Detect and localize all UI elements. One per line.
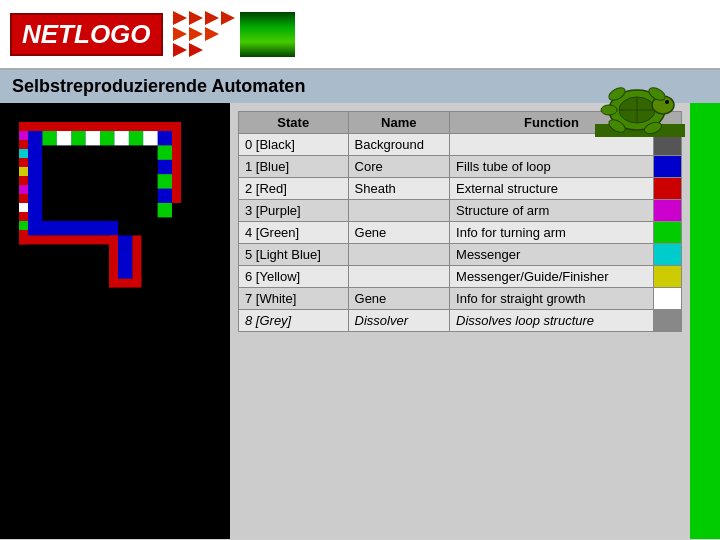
svg-rect-30 [86,131,100,145]
cell-color-swatch [654,310,682,332]
states-table: State Name Function 0 [Black]Background1… [238,111,682,332]
cell-function: Structure of arm [450,200,654,222]
col-name: Name [348,112,450,134]
svg-rect-26 [158,145,172,159]
svg-rect-34 [118,250,132,264]
cell-name [348,266,450,288]
pixel-art-panel [0,103,230,539]
svg-rect-33 [118,235,132,249]
cell-state: 4 [Green] [239,222,349,244]
svg-rect-18 [19,235,118,244]
cell-state: 5 [Light Blue] [239,244,349,266]
cell-state: 8 [Grey] [239,310,349,332]
cell-function: Messenger [450,244,654,266]
table-row: 2 [Red]SheathExternal structure [239,178,682,200]
cell-name: Gene [348,288,450,310]
svg-rect-43 [19,185,28,194]
svg-rect-28 [158,203,172,217]
cell-color-swatch [654,200,682,222]
svg-rect-38 [132,235,141,282]
cell-state: 2 [Red] [239,178,349,200]
svg-rect-17 [19,122,177,131]
cell-name: Sheath [348,178,450,200]
svg-rect-21 [42,145,157,221]
cell-function: Dissolves loop structure [450,310,654,332]
svg-rect-29 [57,131,71,145]
svg-rect-45 [19,221,28,230]
svg-rect-32 [143,131,157,145]
svg-rect-36 [118,264,132,278]
pixel-art-svg [10,113,190,293]
svg-rect-31 [114,131,128,145]
svg-rect-24 [100,131,114,145]
svg-rect-23 [71,131,85,145]
svg-rect-37 [109,235,118,282]
logo-triangles [173,11,235,57]
svg-rect-20 [172,122,181,203]
main-content: State Name Function 0 [Black]Background1… [0,103,720,539]
table-row: 8 [Grey]DissolverDissolves loop structur… [239,310,682,332]
cell-name: Gene [348,222,450,244]
netlogo-logo: NETLOGO [10,13,163,56]
table-panel: State Name Function 0 [Black]Background1… [230,103,690,539]
col-state: State [239,112,349,134]
cell-function: Messenger/Guide/Finisher [450,266,654,288]
cell-name: Dissolver [348,310,450,332]
cell-state: 6 [Yellow] [239,266,349,288]
cell-color-swatch [654,156,682,178]
svg-rect-39 [109,279,141,288]
cell-color-swatch [654,266,682,288]
turtle-decoration [595,72,685,137]
svg-rect-25 [129,131,143,145]
cell-color-swatch [654,222,682,244]
svg-point-6 [665,100,669,104]
svg-rect-22 [42,131,56,145]
green-gradient-bar [240,12,295,57]
table-row: 6 [Yellow]Messenger/Guide/Finisher [239,266,682,288]
cell-state: 7 [White] [239,288,349,310]
svg-rect-27 [158,174,172,188]
cell-name: Background [348,134,450,156]
cell-function: External structure [450,178,654,200]
cell-function: Info for straight growth [450,288,654,310]
far-right-green-bar [690,103,720,539]
cell-name [348,200,450,222]
cell-color-swatch [654,178,682,200]
cell-color-swatch [654,288,682,310]
svg-rect-40 [19,131,28,140]
svg-rect-15 [28,131,42,235]
cell-function: Info for turning arm [450,222,654,244]
table-row: 5 [Light Blue]Messenger [239,244,682,266]
cell-function: Fills tube of loop [450,156,654,178]
top-bar: NETLOGO [0,0,720,70]
svg-rect-16 [158,131,172,203]
table-row: 4 [Green]GeneInfo for turning arm [239,222,682,244]
table-row: 3 [Purple]Structure of arm [239,200,682,222]
cell-color-swatch [654,244,682,266]
table-row: 1 [Blue]CoreFills tube of loop [239,156,682,178]
cell-name: Core [348,156,450,178]
svg-rect-41 [19,149,28,158]
svg-rect-44 [19,203,28,212]
cell-name [348,244,450,266]
cell-state: 3 [Purple] [239,200,349,222]
svg-rect-42 [19,167,28,176]
cell-state: 0 [Black] [239,134,349,156]
svg-point-11 [601,105,617,115]
cell-state: 1 [Blue] [239,156,349,178]
turtle-svg [595,72,685,137]
subtitle-text: Selbstreproduzierende Automaten [12,76,305,96]
table-row: 7 [White]GeneInfo for straight growth [239,288,682,310]
